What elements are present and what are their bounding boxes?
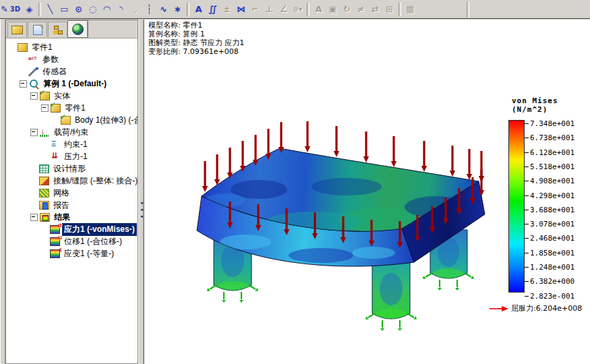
- results-icon: [40, 213, 50, 222]
- tree-item-label: 零件1: [63, 102, 88, 115]
- tree-item-parameters[interactable]: 参数: [6, 53, 138, 65]
- perpendicular-relation-icon: ⊥: [262, 2, 276, 17]
- toolbar-separator: [38, 3, 41, 16]
- part-icon: [18, 43, 28, 52]
- tree-item-solid-part[interactable]: 零件1: [6, 102, 138, 114]
- legend-tick: [525, 296, 529, 297]
- rectangle-icon[interactable]: ▭: [57, 2, 71, 17]
- legend-tick: [525, 253, 529, 253]
- tab-featuremanager[interactable]: [7, 22, 27, 37]
- sweep-icon: ↻: [340, 2, 354, 17]
- circle-icon[interactable]: ⊙: [71, 2, 86, 17]
- exchange-icon: ⇄: [368, 2, 382, 17]
- legend-tick-label: 2.823e-001: [530, 292, 590, 301]
- expand-collapse-icon[interactable]: [41, 104, 49, 112]
- solid-part-icon: [51, 104, 61, 113]
- yield-arrow-icon: [490, 305, 508, 312]
- point-icon[interactable]: ∗: [171, 2, 185, 17]
- tree-item-label: 压力-1: [62, 150, 90, 163]
- tree-item-label: 结果: [52, 211, 72, 224]
- tree-item-loads[interactable]: 载荷/约束: [6, 126, 138, 138]
- restraint-icon: [50, 140, 60, 149]
- solidworks-simulation-window: { "toolbar": { "items": [ {"name":"sketc…: [0, 0, 590, 364]
- tree-item-body[interactable]: Body 1(拉伸3) (-合: [6, 114, 138, 126]
- tree-item-label: 约束-1: [62, 138, 90, 151]
- pattern-icon: ⊞: [382, 2, 396, 17]
- toolbar-separator: [399, 3, 401, 16]
- tree-item-label: 零件1: [30, 41, 55, 54]
- ellipse-icon[interactable]: ◌: [86, 2, 100, 17]
- panel-splitter[interactable]: ◄ ◄ ◄: [138, 20, 144, 364]
- tree-item-mesh[interactable]: 网格: [6, 187, 138, 199]
- tree-item-results[interactable]: 结果: [6, 211, 138, 223]
- legend-title: von Mises (N/m^2): [512, 96, 590, 114]
- tab-propertymanager[interactable]: [28, 22, 47, 37]
- tree-item-label: 设计情形: [51, 162, 88, 175]
- sketch-text-icon[interactable]: A: [191, 2, 206, 17]
- legend-tick: [525, 138, 529, 138]
- annotation-icon: A: [312, 2, 326, 17]
- tree-item-label: 应力1 (-vonMises-): [62, 223, 137, 236]
- legend-tick: [525, 210, 529, 210]
- tree-item-solids[interactable]: 实体: [6, 90, 138, 102]
- sketch-toolbar: ✎3D◈╲▭⊙◌◠◝◞┆∿∗A∬±⋈⌐⊥∠⊙▾A▣↻≠⇄⊞▦: [0, 0, 590, 19]
- convert-entities-icon: ±: [220, 2, 234, 17]
- legend-tick: [525, 281, 529, 282]
- displacement-plot-icon: [50, 237, 60, 246]
- offset-entities-icon[interactable]: ∬: [206, 2, 220, 17]
- line-icon[interactable]: ╲: [43, 2, 57, 17]
- body-icon: [61, 116, 71, 125]
- legend-tick: [525, 267, 529, 268]
- tree-item-restraint[interactable]: 约束-1: [6, 138, 138, 150]
- modify-sketch-icon[interactable]: ◈: [22, 2, 36, 17]
- mirror-entities-icon[interactable]: ⋈: [234, 2, 248, 17]
- legend-tick: [525, 181, 529, 181]
- legend-tick-label: 2.468e+001: [530, 234, 590, 243]
- feature-manager-panel: 零件1参数传感器算例 1 (-Default-)实体零件1Body 1(拉伸3)…: [5, 20, 138, 364]
- expand-collapse-icon[interactable]: [20, 80, 27, 88]
- expand-collapse-icon[interactable]: [30, 214, 38, 221]
- tree-item-pressure[interactable]: 压力-1: [6, 150, 138, 162]
- legend-tick-label: 1.248e+001: [530, 263, 590, 272]
- three-point-arc-icon: ◞: [128, 2, 142, 17]
- tree-item-design-scenario[interactable]: 设计情形: [6, 162, 138, 175]
- view-orientation-dropdown-icon: ⊙▾: [291, 2, 305, 17]
- tree-item-part[interactable]: 零件1: [6, 41, 138, 53]
- legend-tick: [525, 123, 529, 124]
- manager-tab-bar: [6, 20, 138, 38]
- tree-item-displacement-plot[interactable]: 位移1 (-合位移-): [6, 235, 138, 247]
- tree-item-stress-plot[interactable]: 应力1 (-vonMises-): [6, 223, 138, 235]
- graphics-viewport[interactable]: 模型名称: 零件1 算例名称: 算例 1 图解类型: 静态 节应力 应力1 变形…: [144, 20, 590, 364]
- legend-tick-label: 1.858e+001: [530, 249, 590, 257]
- annotation-plot-type: 图解类型: 静态 节应力 应力1: [148, 38, 244, 47]
- spline-icon[interactable]: ∿: [156, 2, 171, 17]
- tab-propertymanager-icon: [33, 25, 42, 35]
- sketch-icon[interactable]: ✎: [0, 2, 8, 17]
- tree-item-study[interactable]: 算例 1 (-Default-): [6, 78, 138, 90]
- centerpoint-arc-icon[interactable]: ◠: [100, 2, 114, 17]
- tree-item-sensors[interactable]: 传感器: [6, 65, 138, 78]
- legend-tick-label: 6.382e+000: [530, 277, 590, 286]
- centerline-icon[interactable]: ┆: [142, 2, 156, 17]
- expand-collapse-icon[interactable]: [30, 92, 38, 100]
- tree-item-report[interactable]: 报告: [6, 199, 138, 211]
- report-icon: [39, 201, 49, 210]
- legend-tick: [525, 224, 529, 224]
- parameters-icon: [28, 55, 38, 64]
- legend-tick-label: 4.298e+001: [530, 191, 590, 200]
- contact-icon: [39, 177, 49, 185]
- annotation-deformation-scale: 变形比例: 7.09361e+008: [148, 47, 244, 56]
- legend-tick: [525, 238, 529, 239]
- expand-collapse-icon[interactable]: [30, 129, 38, 136]
- tab-configurationmanager[interactable]: [48, 22, 67, 37]
- legend-tick-label: 4.908e+001: [530, 177, 590, 185]
- tangent-arc-icon[interactable]: ◝: [114, 2, 128, 17]
- toolbar-separator: [307, 3, 309, 16]
- legend-tick-label: 5.518e+001: [530, 162, 590, 171]
- plot-annotation: 模型名称: 零件1 算例名称: 算例 1 图解类型: 静态 节应力 应力1 变形…: [148, 21, 244, 56]
- tree-item-strain-plot[interactable]: 应变1 (-等量-): [6, 247, 138, 260]
- sketch-3d-icon[interactable]: 3D: [8, 2, 22, 17]
- tab-simulation-manager[interactable]: [68, 21, 88, 37]
- tree-item-label: 算例 1 (-Default-): [41, 78, 109, 90]
- tree-item-contact[interactable]: 接触/缝隙 (-整体: 接合-): [6, 175, 138, 187]
